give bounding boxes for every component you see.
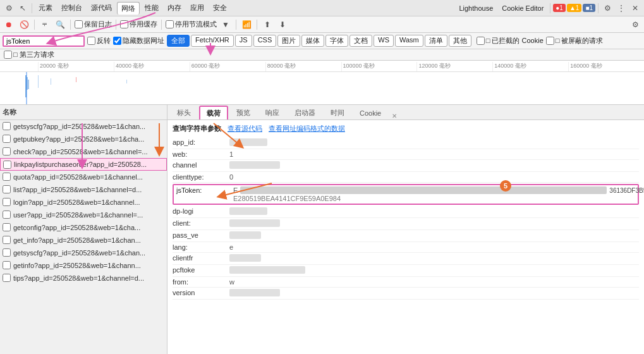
filter-wasm[interactable]: Wasm (395, 35, 423, 47)
menu-elements[interactable]: 元素 (35, 2, 56, 14)
sub-tab-source[interactable]: 查看源代码 (228, 124, 262, 133)
import-icon[interactable]: ⬆ (261, 18, 274, 31)
search-input[interactable] (3, 35, 85, 47)
list-item[interactable]: getpubkey?app_id=250528&web=1&cha... (0, 133, 167, 145)
hide-data-url-checkbox[interactable]: 隐藏数据网址 (113, 36, 164, 46)
annotation-5: 5 (500, 180, 511, 192)
blocked-cookie-input[interactable] (477, 37, 485, 45)
item-checkbox-3[interactable] (3, 161, 11, 169)
menu-network[interactable]: 网络 (117, 2, 140, 15)
hide-data-url-input[interactable] (113, 37, 121, 45)
filter-font[interactable]: 字体 (325, 35, 348, 47)
sub-tab-query-string[interactable]: 查询字符串参数 (173, 124, 221, 133)
filter-media[interactable]: 媒体 (301, 35, 324, 47)
filter-image[interactable]: 图片 (277, 35, 300, 47)
filter-other[interactable]: 其他 (449, 35, 471, 47)
menu-application[interactable]: 应用 (186, 2, 208, 14)
filter-css[interactable]: CSS (253, 35, 277, 47)
filter-fetch-xhr[interactable]: Fetch/XHR (191, 35, 234, 47)
close-icon[interactable]: ✕ (629, 2, 641, 15)
item-checkbox-4[interactable] (3, 173, 11, 181)
disable-cache-input[interactable] (120, 20, 128, 28)
tab-headers[interactable]: 标头 (170, 106, 198, 119)
more-icon[interactable]: ⋮ (615, 2, 628, 15)
devtools-icon[interactable]: ⚙ (3, 2, 15, 15)
list-item[interactable]: getinfo?app_id=250528&web=1&chann... (0, 259, 167, 272)
third-party-input[interactable] (4, 51, 12, 59)
list-item[interactable]: get_info?app_id=250528&web=1&chan... (0, 234, 167, 247)
filter-manifest[interactable]: 清单 (425, 35, 447, 47)
tab-payload[interactable]: 载荷 (199, 106, 228, 119)
item-checkbox-0[interactable] (3, 122, 11, 130)
jstoken-start: E (233, 186, 238, 194)
list-item[interactable]: list?app_id=250528&web=1&channel=d... (0, 183, 167, 196)
detail-close-icon[interactable]: ✕ (392, 113, 397, 119)
info-badge: ■1 (583, 4, 595, 12)
item-checkbox-10[interactable] (3, 248, 11, 257)
param-key-web: web: (173, 150, 229, 158)
menu-console[interactable]: 控制台 (58, 2, 86, 14)
list-item[interactable]: quota?app_id=250528&web=1&channel... (0, 171, 167, 183)
sub-tab-url-encoded[interactable]: 查看网址编码格式的数据 (269, 124, 345, 133)
item-checkbox-8[interactable] (3, 223, 11, 231)
item-checkbox-7[interactable] (3, 211, 11, 219)
export-icon[interactable]: ⬇ (276, 18, 289, 31)
filter-icon[interactable]: ⫧ (39, 18, 51, 31)
list-item-highlighted[interactable]: linkpaylistpurchaseorder?app_id=250528..… (0, 158, 167, 171)
timeline-start (19, 62, 38, 71)
tab-response[interactable]: 响应 (258, 106, 286, 119)
clear-icon[interactable]: 🚫 (18, 18, 30, 31)
menu-memory[interactable]: 内存 (164, 2, 185, 14)
list-item[interactable]: getsyscfg?app_id=250528&web=1&chan... (0, 120, 167, 133)
cursor-icon[interactable]: ↖ (16, 2, 29, 15)
menu-performance[interactable]: 性能 (141, 2, 162, 14)
preserve-log-input[interactable] (75, 20, 83, 28)
menu-lighthouse[interactable]: Lighthouse (455, 3, 497, 13)
filter-all[interactable]: 全部 (167, 35, 190, 47)
tab-preview[interactable]: 预览 (229, 106, 257, 119)
tab-timing[interactable]: 时间 (324, 106, 351, 119)
filter-doc[interactable]: 文档 (349, 35, 372, 47)
filter-ws[interactable]: WS (374, 35, 394, 47)
search-icon[interactable]: 🔍 (54, 18, 66, 31)
request-list-title: 名称 (3, 107, 16, 117)
error-badge: ●1 (553, 4, 566, 12)
timeline-tick-0: 20000 毫秒 (38, 62, 114, 71)
blocked-request-checkbox[interactable]: □ 被屏蔽的请求 (546, 36, 604, 46)
item-checkbox-5[interactable] (3, 185, 11, 193)
menu-cookie-editor[interactable]: Cookie Editor (498, 3, 547, 13)
third-party-checkbox[interactable]: □ 第三方请求 (4, 50, 54, 59)
invert-checkbox[interactable]: 反转 (87, 36, 111, 46)
preserve-log-checkbox[interactable]: 保留日志 (75, 20, 112, 29)
record-icon[interactable]: ⏺ (3, 18, 15, 31)
settings-icon[interactable]: ⚙ (601, 2, 614, 15)
list-item[interactable]: user?app_id=250528&web=1&channel=... (0, 209, 167, 221)
item-checkbox-1[interactable] (3, 135, 11, 143)
blocked-request-input[interactable] (546, 37, 554, 45)
blocked-cookie-checkbox[interactable]: □ 已拦截的 Cookie (477, 36, 544, 46)
item-checkbox-2[interactable] (3, 147, 11, 156)
menu-sources[interactable]: 源代码 (87, 2, 116, 14)
disable-throttle-checkbox[interactable]: 停用节流模式 (166, 20, 217, 29)
tab-initiator[interactable]: 启动器 (288, 106, 322, 119)
item-text-6: login?app_id=250528&web=1&channel... (13, 198, 140, 206)
list-item[interactable]: tips?app_id=250528&web=1&channel=d... (0, 272, 167, 284)
disable-cache-checkbox[interactable]: 停用缓存 (120, 20, 157, 29)
filter-js[interactable]: JS (235, 35, 252, 47)
disable-throttle-input[interactable] (166, 20, 174, 28)
list-item[interactable]: getconfig?app_id=250528&web=1&cha... (0, 221, 167, 234)
settings2-icon[interactable]: ⚙ (629, 18, 641, 31)
item-text-12: tips?app_id=250528&web=1&channel=d... (13, 274, 144, 282)
list-item[interactable]: check?app_id=250528&web=1&channel=... (0, 145, 167, 158)
list-item[interactable]: login?app_id=250528&web=1&channel... (0, 196, 167, 209)
tab-cookie[interactable]: Cookie (353, 106, 388, 119)
throttle-dropdown-icon[interactable]: ▼ (219, 18, 232, 31)
list-item[interactable]: getsyscfg?app_id=250528&web=1&chan... (0, 247, 167, 259)
item-checkbox-6[interactable] (3, 198, 11, 206)
item-checkbox-11[interactable] (3, 261, 11, 269)
timeline-tick-6: 140000 毫秒 (492, 62, 568, 71)
item-checkbox-9[interactable] (3, 236, 11, 244)
menu-security[interactable]: 安全 (209, 2, 231, 14)
item-checkbox-12[interactable] (3, 274, 11, 282)
invert-input[interactable] (87, 37, 95, 45)
